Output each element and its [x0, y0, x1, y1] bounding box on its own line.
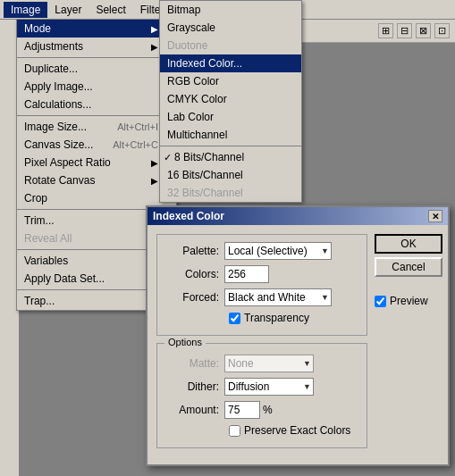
mode-indexed-color[interactable]: Indexed Color...: [160, 54, 301, 72]
options-icon-2: ⊟: [397, 23, 412, 38]
mode-divider: [160, 146, 301, 146]
transparency-label: Transparency: [244, 312, 309, 324]
cancel-button[interactable]: Cancel: [375, 257, 442, 277]
forced-select[interactable]: Black and White: [224, 288, 332, 306]
dialog-buttons: OK Cancel Preview: [375, 234, 442, 307]
preview-checkbox[interactable]: [375, 296, 386, 307]
colors-row: Colors:: [166, 265, 358, 283]
palette-select-wrapper: Local (Selective): [224, 242, 332, 260]
matte-row: Matte: None: [166, 355, 358, 372]
adjustments-arrow: ▶: [151, 42, 158, 52]
mode-multichannel[interactable]: Multichannel: [160, 126, 301, 144]
amount-unit: %: [263, 404, 273, 416]
menu-rotate-canvas[interactable]: Rotate Canvas ▶: [17, 171, 176, 189]
dither-select[interactable]: Diffusion: [224, 378, 314, 396]
mode-rgb[interactable]: RGB Color: [160, 72, 301, 90]
preserve-label: Preserve Exact Colors: [244, 424, 350, 437]
forced-label: Forced:: [166, 291, 224, 304]
menu-image-size[interactable]: Image Size... Alt+Ctrl+I: [17, 118, 176, 136]
preview-label: Preview: [390, 295, 428, 307]
mode-arrow: ▶: [151, 24, 158, 34]
menu-image[interactable]: Image: [4, 2, 47, 18]
amount-label: Amount:: [166, 404, 224, 416]
dialog-titlebar: Indexed Color ✕: [147, 207, 448, 225]
divider-2: [17, 115, 176, 116]
menu-crop[interactable]: Crop: [17, 189, 176, 207]
mode-duotone[interactable]: Duotone: [160, 37, 301, 54]
divider-1: [17, 57, 176, 58]
mode-submenu: Bitmap Grayscale Duotone Indexed Color..…: [159, 0, 302, 203]
palette-row: Palette: Local (Selective): [166, 242, 358, 260]
mode-cmyk[interactable]: CMYK Color: [160, 90, 301, 108]
mode-lab[interactable]: Lab Color: [160, 108, 301, 126]
options-icon-3: ⊠: [416, 23, 431, 38]
forced-row: Forced: Black and White: [166, 288, 358, 306]
menu-pixel-aspect[interactable]: Pixel Aspect Ratio ▶: [17, 154, 176, 171]
dialog-close-button[interactable]: ✕: [428, 210, 442, 222]
checkmark-8bit: ✓: [164, 152, 172, 163]
palette-select[interactable]: Local (Selective): [224, 242, 332, 260]
menu-duplicate[interactable]: Duplicate...: [17, 60, 176, 78]
menu-apply-image[interactable]: Apply Image...: [17, 78, 176, 96]
mode-grayscale[interactable]: Grayscale: [160, 19, 301, 37]
rotate-canvas-arrow: ▶: [151, 176, 158, 186]
transparency-checkbox[interactable]: [229, 313, 240, 324]
menu-select[interactable]: Select: [88, 2, 132, 18]
matte-label: Matte:: [166, 357, 224, 370]
dither-select-wrapper: Diffusion: [224, 378, 314, 396]
menu-calculations[interactable]: Calculations...: [17, 96, 176, 113]
mode-32bit[interactable]: 32 Bits/Channel: [160, 184, 301, 202]
menu-mode[interactable]: Mode ▶: [17, 20, 176, 38]
options-legend: Options: [164, 337, 206, 347]
mode-16bit[interactable]: 16 Bits/Channel: [160, 166, 301, 184]
options-section: Options Matte: None Dither: Diffusion: [156, 343, 367, 448]
options-icon-4: ⊡: [434, 23, 450, 38]
forced-select-wrapper: Black and White: [224, 288, 332, 306]
menu-adjustments[interactable]: Adjustments ▶: [17, 38, 176, 55]
mode-8bit[interactable]: ✓ 8 Bits/Channel: [160, 148, 301, 166]
preserve-checkbox[interactable]: [229, 425, 240, 437]
dither-label: Dither:: [166, 380, 224, 393]
matte-select-wrapper: None: [224, 355, 314, 372]
menu-canvas-size[interactable]: Canvas Size... Alt+Ctrl+C: [17, 136, 176, 154]
amount-input[interactable]: [224, 401, 260, 419]
transparency-row: Transparency: [229, 312, 358, 324]
amount-row: Amount: %: [166, 401, 358, 419]
colors-input[interactable]: [224, 265, 269, 283]
preserve-row: Preserve Exact Colors: [229, 424, 358, 437]
pixel-aspect-arrow: ▶: [151, 158, 158, 168]
dither-row: Dither: Diffusion: [166, 378, 358, 396]
options-icon-1: ⊞: [378, 23, 393, 38]
palette-label: Palette:: [166, 245, 224, 257]
matte-select[interactable]: None: [224, 355, 314, 372]
palette-section: Palette: Local (Selective) Colors: Force…: [156, 234, 367, 336]
colors-label: Colors:: [166, 268, 224, 280]
menu-layer[interactable]: Layer: [47, 2, 88, 18]
preview-row: Preview: [375, 295, 442, 307]
dialog-title: Indexed Color: [153, 210, 224, 222]
mode-bitmap[interactable]: Bitmap: [160, 1, 301, 19]
indexed-color-dialog: Indexed Color ✕ Palette: Local (Selectiv…: [146, 205, 450, 466]
ok-button[interactable]: OK: [375, 234, 442, 254]
